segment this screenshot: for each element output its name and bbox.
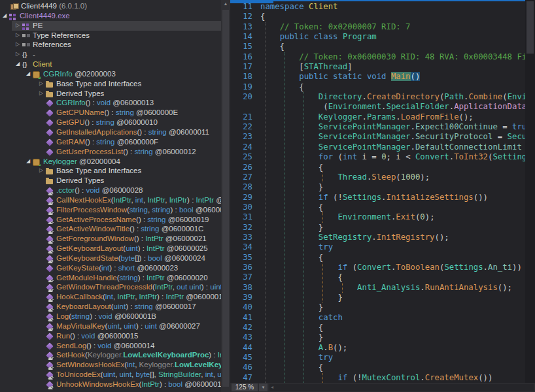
line-number[interactable]: 29: [230, 193, 260, 203]
tree-item-derived-types[interactable]: Derived Types: [0, 176, 221, 186]
chevron-collapsed-icon[interactable]: ▷: [14, 50, 21, 59]
tree-item-log[interactable]: Log(string) : void @0600001B: [0, 312, 221, 321]
code-line-21[interactable]: 21 Keylogger.Params.LoadFromFile();: [230, 112, 525, 122]
line-number[interactable]: 26: [230, 163, 260, 172]
tree-item-sethook[interactable]: SetHook(Keylogger.LowLevelKeyboardProc) …: [0, 350, 221, 360]
code-line-19[interactable]: 19 {: [230, 82, 525, 92]
zoom-level-control[interactable]: 125 %: [232, 384, 258, 391]
line-number[interactable]: 25: [230, 152, 260, 162]
chevron-collapsed-icon[interactable]: ▷: [14, 31, 21, 41]
line-number[interactable]: 30: [230, 203, 260, 212]
tree-item-getkeystate[interactable]: GetKeyState(int) : short @06000023: [0, 263, 221, 273]
tree-item-pe[interactable]: ▷PE: [0, 21, 221, 31]
line-number[interactable]: 45: [230, 353, 260, 363]
line-number[interactable]: 16: [230, 52, 260, 62]
code-line-17[interactable]: 17 [STAThread]: [230, 62, 525, 72]
line-number[interactable]: 34: [230, 242, 260, 252]
line-number[interactable]: 24: [230, 142, 260, 152]
line-number[interactable]: 17: [230, 62, 260, 72]
code-line-16[interactable]: 16 // Token: 0x06000030 RID: 48 RVA: 0x0…: [230, 52, 525, 62]
chevron-collapsed-icon[interactable]: ▷: [38, 166, 44, 176]
chevron-expanded-icon[interactable]: ◢: [25, 69, 31, 79]
tree-item-filterprocesswindow[interactable]: FilterProcessWindow(string, string) : bo…: [0, 205, 221, 215]
code-line-36[interactable]: 36 if (Convert.ToBoolean(Settings.An_ti)…: [230, 263, 525, 272]
line-number[interactable]: 20: [230, 92, 260, 102]
editor-vertical-scrollbar[interactable]: [525, 0, 535, 383]
tree-item-getgpu[interactable]: GetGPU() : string @06000010: [0, 118, 221, 127]
line-number[interactable]: 27: [230, 172, 260, 182]
tree-item-getactiveprocessname[interactable]: GetActiveProcessName() : string @0600001…: [0, 215, 221, 225]
tree-item-run[interactable]: Run() : void @06000015: [0, 331, 221, 341]
line-number[interactable]: 39: [230, 293, 260, 302]
tree-item-getwindowthreadprocessid[interactable]: GetWindowThreadProcessId(IntPtr, out uin…: [0, 282, 221, 292]
code-line-31[interactable]: 31 Environment.Exit(0);: [230, 212, 525, 222]
chevron-collapsed-icon[interactable]: ▷: [38, 79, 44, 89]
line-number[interactable]: 47: [230, 373, 260, 383]
tree-item-cgrinfo[interactable]: ◢CGRInfo @02000003: [0, 69, 221, 79]
tree-item-cgrinfo[interactable]: CGRInfo() : void @06000013: [0, 98, 221, 108]
tree-item-mapvirtualkey[interactable]: MapVirtualKey(uint, uint) : uint @060000…: [0, 321, 221, 331]
tree-item-getram[interactable]: GetRAM() : string @0600000F: [0, 137, 221, 147]
code-line-24[interactable]: 24 ServicePointManager.DefaultConnection…: [230, 142, 525, 152]
editor-scrollbar-thumb[interactable]: [526, 1, 534, 54]
code-line-11[interactable]: 11namespace Client: [230, 2, 525, 12]
tree-item-client[interactable]: ◢{}Client: [0, 59, 221, 69]
code-line-35[interactable]: 35 {: [230, 253, 525, 263]
line-number[interactable]: 36: [230, 263, 260, 272]
tree-item-derived-types[interactable]: ▷Derived Types: [0, 89, 221, 99]
tree-item-sendlog[interactable]: SendLog() : void @06000014: [0, 341, 221, 351]
tree-item-tounicodeex[interactable]: ToUnicodeEx(uint, uint, byte[], StringBu…: [0, 370, 221, 380]
line-number[interactable]: 22: [230, 122, 260, 132]
tree-item-base-type-and-interfaces[interactable]: ▷Base Type and Interfaces: [0, 166, 221, 176]
tree-item-unhookwindowshookex[interactable]: UnhookWindowsHookEx(IntPtr) : bool @0600…: [0, 380, 221, 389]
code-line-44[interactable]: 44 A.B();: [230, 343, 525, 353]
code-line-25[interactable]: 25 for (int i = 0; i < Convert.ToInt32(S…: [230, 152, 525, 162]
tree-item-references[interactable]: ▷References: [0, 40, 221, 50]
line-number[interactable]: 41: [230, 313, 260, 323]
line-number[interactable]: 44: [230, 343, 260, 353]
code-line-42[interactable]: 42 {: [230, 323, 525, 333]
code-line-23[interactable]: 23 ServicePointManager.SecurityProtocol …: [230, 132, 525, 142]
line-number[interactable]: 11: [230, 2, 260, 12]
tree-item-keyboardlayout[interactable]: KeyboardLayout(uint) : string @06000017: [0, 302, 221, 312]
line-number[interactable]: 23: [230, 132, 260, 142]
line-number[interactable]: 31: [230, 212, 260, 222]
code-line-43[interactable]: 43 }: [230, 333, 525, 342]
code-line-22[interactable]: 22 ServicePointManager.Expect100Continue…: [230, 122, 525, 132]
line-number[interactable]: 35: [230, 253, 260, 263]
code-line-14[interactable]: 14 public class Program: [230, 32, 525, 42]
code-line-12[interactable]: 12{: [230, 12, 525, 22]
code-line-13[interactable]: 13 // Token: 0x02000007 RID: 7: [230, 22, 525, 32]
code-line-45[interactable]: 45 try: [230, 353, 525, 363]
tree-vertical-scrollbar[interactable]: ▲: [221, 0, 230, 392]
tree-item-type-references[interactable]: ▷Type References: [0, 31, 221, 41]
scroll-up-icon[interactable]: ▲: [221, 1, 230, 6]
line-number[interactable]: 46: [230, 363, 260, 372]
line-number[interactable]: 14: [230, 32, 260, 42]
code-line-27[interactable]: 27 Thread.Sleep(1000);: [230, 172, 525, 182]
code-line-46[interactable]: 46 {: [230, 363, 525, 372]
code-line-20[interactable]: 20 Directory.CreateDirectory(Path.Combin…: [230, 92, 525, 102]
code-line-28[interactable]: 28 }: [230, 182, 525, 192]
line-number[interactable]: 28: [230, 182, 260, 192]
code-line-wrap[interactable]: (Environment.SpecialFolder.ApplicationDa…: [230, 102, 525, 112]
line-number[interactable]: 18: [230, 72, 260, 82]
scroll-left-icon[interactable]: ◂: [271, 384, 273, 391]
zoom-caret-icon[interactable]: ▾: [259, 384, 268, 391]
chevron-collapsed-icon[interactable]: ▷: [14, 21, 21, 31]
editor-horizontal-scrollbar[interactable]: ◂: [269, 384, 534, 391]
line-number[interactable]: 40: [230, 302, 260, 312]
chevron-expanded-icon[interactable]: ◢: [1, 11, 8, 21]
tree-item-client4449[interactable]: Client4449 (6.0.1.0): [0, 1, 221, 11]
code-line-39[interactable]: 39 }: [230, 293, 525, 302]
code-line-40[interactable]: 40 }: [230, 302, 525, 312]
decompiled-code-view[interactable]: 11namespace Client12{13 // Token: 0x0200…: [230, 2, 525, 383]
tree-scrollbar-thumb[interactable]: [222, 10, 229, 387]
tree-item-getkeyboardstate[interactable]: GetKeyboardState(byte[]) : bool @0600002…: [0, 253, 221, 263]
chevron-expanded-icon[interactable]: ◢: [14, 59, 21, 69]
code-line-32[interactable]: 32 }: [230, 223, 525, 233]
line-number[interactable]: 37: [230, 272, 260, 282]
line-number[interactable]: 19: [230, 82, 260, 92]
code-line-41[interactable]: 41 catch: [230, 313, 525, 323]
line-number[interactable]: 43: [230, 333, 260, 342]
